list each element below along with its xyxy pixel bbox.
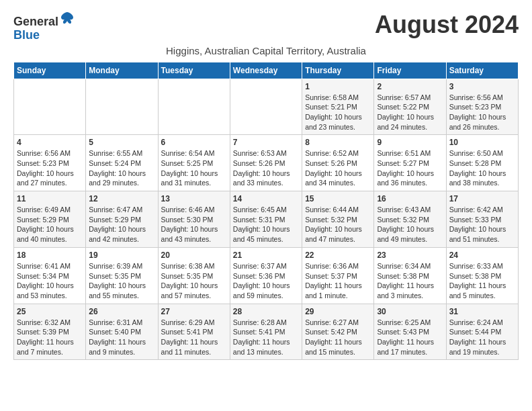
calendar-cell: 1Sunrise: 6:58 AM Sunset: 5:21 PM Daylig… — [302, 79, 374, 135]
logo-bird-icon — [60, 11, 75, 26]
day-number: 16 — [377, 194, 443, 203]
day-info: Sunrise: 6:25 AM Sunset: 5:43 PM Dayligh… — [377, 318, 443, 357]
day-info: Sunrise: 6:55 AM Sunset: 5:24 PM Dayligh… — [89, 148, 154, 188]
calendar-cell: 6Sunrise: 6:54 AM Sunset: 5:25 PM Daylig… — [158, 135, 230, 191]
day-info: Sunrise: 6:56 AM Sunset: 5:23 PM Dayligh… — [17, 148, 83, 188]
day-number: 17 — [449, 194, 515, 203]
calendar-cell: 12Sunrise: 6:47 AM Sunset: 5:29 PM Dayli… — [86, 191, 158, 248]
calendar-cell: 28Sunrise: 6:28 AM Sunset: 5:41 PM Dayli… — [230, 304, 302, 360]
calendar-cell: 3Sunrise: 6:56 AM Sunset: 5:23 PM Daylig… — [446, 79, 518, 135]
day-info: Sunrise: 6:52 AM Sunset: 5:26 PM Dayligh… — [305, 148, 371, 188]
calendar-cell — [14, 79, 86, 135]
column-header-tuesday: Tuesday — [158, 62, 230, 79]
calendar-cell: 26Sunrise: 6:31 AM Sunset: 5:40 PM Dayli… — [86, 304, 158, 360]
day-info: Sunrise: 6:49 AM Sunset: 5:29 PM Dayligh… — [17, 205, 83, 244]
column-header-monday: Monday — [86, 62, 158, 79]
day-number: 2 — [377, 82, 443, 91]
day-number: 5 — [89, 138, 154, 147]
day-number: 15 — [305, 194, 371, 203]
day-number: 21 — [233, 250, 299, 260]
calendar-week-1: 1Sunrise: 6:58 AM Sunset: 5:21 PM Daylig… — [14, 79, 519, 135]
day-info: Sunrise: 6:57 AM Sunset: 5:22 PM Dayligh… — [377, 93, 443, 132]
calendar-body: 1Sunrise: 6:58 AM Sunset: 5:21 PM Daylig… — [14, 79, 519, 360]
calendar-cell: 7Sunrise: 6:53 AM Sunset: 5:26 PM Daylig… — [230, 135, 302, 191]
calendar-cell: 25Sunrise: 6:32 AM Sunset: 5:39 PM Dayli… — [14, 304, 86, 360]
calendar-cell: 5Sunrise: 6:55 AM Sunset: 5:24 PM Daylig… — [86, 135, 158, 191]
day-number: 6 — [161, 138, 227, 147]
day-info: Sunrise: 6:46 AM Sunset: 5:30 PM Dayligh… — [161, 205, 227, 244]
calendar-cell: 20Sunrise: 6:38 AM Sunset: 5:35 PM Dayli… — [158, 247, 230, 304]
logo-general: General — [13, 15, 58, 28]
day-info: Sunrise: 6:33 AM Sunset: 5:38 PM Dayligh… — [449, 261, 515, 301]
day-number: 19 — [89, 250, 154, 260]
calendar-header: SundayMondayTuesdayWednesdayThursdayFrid… — [14, 62, 519, 79]
day-number: 7 — [233, 138, 299, 147]
calendar-cell — [86, 79, 158, 135]
calendar-cell — [230, 79, 302, 135]
calendar-cell: 21Sunrise: 6:37 AM Sunset: 5:36 PM Dayli… — [230, 247, 302, 304]
calendar-cell: 9Sunrise: 6:51 AM Sunset: 5:27 PM Daylig… — [374, 135, 446, 191]
day-info: Sunrise: 6:43 AM Sunset: 5:32 PM Dayligh… — [377, 205, 443, 244]
column-header-wednesday: Wednesday — [230, 62, 302, 79]
calendar-cell — [158, 79, 230, 135]
calendar-week-2: 4Sunrise: 6:56 AM Sunset: 5:23 PM Daylig… — [14, 135, 519, 191]
day-info: Sunrise: 6:38 AM Sunset: 5:35 PM Dayligh… — [161, 261, 227, 301]
day-info: Sunrise: 6:31 AM Sunset: 5:40 PM Dayligh… — [89, 318, 154, 357]
month-title: August 2024 — [375, 11, 519, 39]
calendar-cell: 13Sunrise: 6:46 AM Sunset: 5:30 PM Dayli… — [158, 191, 230, 248]
day-number: 23 — [377, 250, 443, 260]
day-number: 10 — [449, 138, 515, 147]
day-number: 3 — [449, 82, 515, 91]
day-number: 18 — [17, 250, 83, 260]
day-info: Sunrise: 6:34 AM Sunset: 5:38 PM Dayligh… — [377, 261, 443, 301]
calendar-cell: 24Sunrise: 6:33 AM Sunset: 5:38 PM Dayli… — [446, 247, 518, 304]
day-info: Sunrise: 6:42 AM Sunset: 5:33 PM Dayligh… — [449, 205, 515, 244]
day-number: 25 — [17, 307, 83, 316]
calendar-cell: 19Sunrise: 6:39 AM Sunset: 5:35 PM Dayli… — [86, 247, 158, 304]
day-number: 22 — [305, 250, 371, 260]
logo-blue: Blue — [13, 28, 40, 42]
day-info: Sunrise: 6:58 AM Sunset: 5:21 PM Dayligh… — [305, 93, 371, 132]
day-number: 27 — [161, 307, 227, 316]
calendar-cell: 18Sunrise: 6:41 AM Sunset: 5:34 PM Dayli… — [14, 247, 86, 304]
day-number: 30 — [377, 307, 443, 316]
day-number: 24 — [449, 250, 515, 260]
day-number: 20 — [161, 250, 227, 260]
day-number: 1 — [305, 82, 371, 91]
calendar-table: SundayMondayTuesdayWednesdayThursdayFrid… — [13, 62, 519, 361]
day-info: Sunrise: 6:37 AM Sunset: 5:36 PM Dayligh… — [233, 261, 299, 301]
calendar-cell: 29Sunrise: 6:27 AM Sunset: 5:42 PM Dayli… — [302, 304, 374, 360]
calendar-cell: 17Sunrise: 6:42 AM Sunset: 5:33 PM Dayli… — [446, 191, 518, 248]
calendar-week-4: 18Sunrise: 6:41 AM Sunset: 5:34 PM Dayli… — [14, 247, 519, 304]
day-info: Sunrise: 6:36 AM Sunset: 5:37 PM Dayligh… — [305, 261, 371, 301]
day-info: Sunrise: 6:32 AM Sunset: 5:39 PM Dayligh… — [17, 318, 83, 357]
day-number: 14 — [233, 194, 299, 203]
column-header-sunday: Sunday — [14, 62, 86, 79]
day-info: Sunrise: 6:41 AM Sunset: 5:34 PM Dayligh… — [17, 261, 83, 301]
day-info: Sunrise: 6:28 AM Sunset: 5:41 PM Dayligh… — [233, 318, 299, 357]
column-header-thursday: Thursday — [302, 62, 374, 79]
day-info: Sunrise: 6:47 AM Sunset: 5:29 PM Dayligh… — [89, 205, 154, 244]
calendar-cell: 10Sunrise: 6:50 AM Sunset: 5:28 PM Dayli… — [446, 135, 518, 191]
day-info: Sunrise: 6:54 AM Sunset: 5:25 PM Dayligh… — [161, 148, 227, 188]
day-info: Sunrise: 6:50 AM Sunset: 5:28 PM Dayligh… — [449, 148, 515, 188]
calendar-cell: 31Sunrise: 6:24 AM Sunset: 5:44 PM Dayli… — [446, 304, 518, 360]
day-info: Sunrise: 6:51 AM Sunset: 5:27 PM Dayligh… — [377, 148, 443, 188]
day-number: 31 — [449, 307, 515, 316]
location-subtitle: Higgins, Australian Capital Territory, A… — [13, 45, 519, 56]
day-info: Sunrise: 6:39 AM Sunset: 5:35 PM Dayligh… — [89, 261, 154, 301]
calendar-week-3: 11Sunrise: 6:49 AM Sunset: 5:29 PM Dayli… — [14, 191, 519, 248]
column-header-friday: Friday — [374, 62, 446, 79]
calendar-cell: 22Sunrise: 6:36 AM Sunset: 5:37 PM Dayli… — [302, 247, 374, 304]
logo-text: General — [13, 11, 75, 29]
logo-blue-text: Blue — [13, 29, 75, 42]
day-info: Sunrise: 6:53 AM Sunset: 5:26 PM Dayligh… — [233, 148, 299, 188]
day-info: Sunrise: 6:29 AM Sunset: 5:41 PM Dayligh… — [161, 318, 227, 357]
calendar-cell: 11Sunrise: 6:49 AM Sunset: 5:29 PM Dayli… — [14, 191, 86, 248]
day-number: 29 — [305, 307, 371, 316]
calendar-cell: 23Sunrise: 6:34 AM Sunset: 5:38 PM Dayli… — [374, 247, 446, 304]
calendar-cell: 8Sunrise: 6:52 AM Sunset: 5:26 PM Daylig… — [302, 135, 374, 191]
day-info: Sunrise: 6:56 AM Sunset: 5:23 PM Dayligh… — [449, 93, 515, 132]
day-info: Sunrise: 6:27 AM Sunset: 5:42 PM Dayligh… — [305, 318, 371, 357]
day-info: Sunrise: 6:45 AM Sunset: 5:31 PM Dayligh… — [233, 205, 299, 244]
